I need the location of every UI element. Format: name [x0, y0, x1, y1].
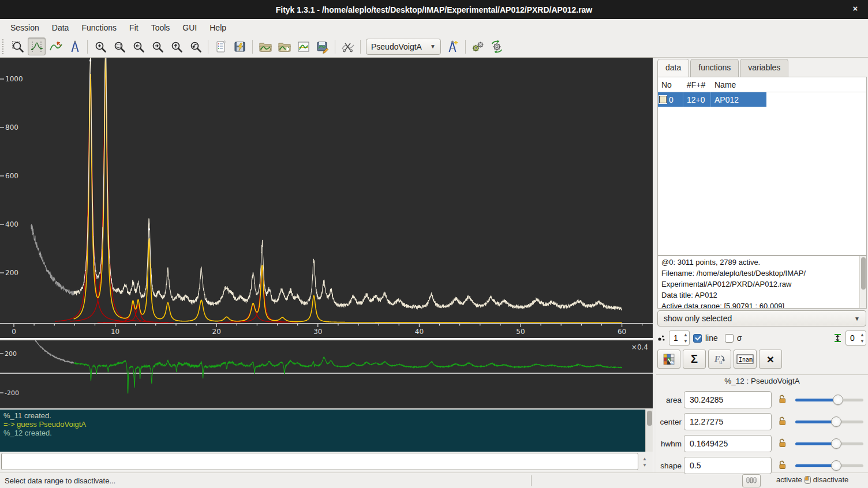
- param-row-hwhm: hwhm 0.1649425: [656, 433, 868, 455]
- tool-append-data[interactable]: [275, 37, 293, 55]
- menu-fit[interactable]: Fit: [124, 21, 144, 35]
- dataset-buttons: Σ F u Inam ×: [657, 350, 782, 369]
- sum-button[interactable]: Σ: [683, 350, 706, 369]
- functions-button[interactable]: F u: [708, 350, 731, 369]
- svg-text:-200: -200: [5, 389, 19, 397]
- console-scrollbar[interactable]: [645, 410, 653, 452]
- command-row: ▲▼: [0, 452, 653, 471]
- hwhm-input[interactable]: 0.1649425: [684, 435, 772, 452]
- menu-data[interactable]: Data: [46, 21, 75, 35]
- center-input[interactable]: 12.27275: [684, 413, 772, 430]
- display-controls: 1 ▲▼ line σ 0 ▲▼: [657, 329, 866, 347]
- dataset-name: AP012: [711, 92, 766, 107]
- chevron-down-icon: ▼: [430, 43, 436, 50]
- main-plot[interactable]: 20040060080010000102030405060: [0, 58, 653, 338]
- menu-functions[interactable]: Functions: [76, 21, 122, 35]
- tool-transform-data[interactable]: [339, 37, 357, 55]
- lock-icon[interactable]: [777, 460, 787, 472]
- tool-fit-settings[interactable]: [488, 37, 506, 55]
- lock-icon[interactable]: [777, 438, 787, 450]
- close-icon[interactable]: ×: [850, 3, 861, 13]
- svg-text:40: 40: [415, 328, 424, 336]
- command-history-spinner[interactable]: ▲▼: [639, 455, 650, 470]
- toolbar-grip[interactable]: [2, 39, 6, 54]
- title-bar[interactable]: Fityk 1.3.1 - /home/aleplo/test/Desktop/…: [0, 0, 868, 19]
- toolbar: PseudoVoigtA ▼: [0, 36, 868, 58]
- tool-data-range-mode[interactable]: [28, 37, 46, 55]
- menu-tools[interactable]: Tools: [145, 21, 176, 35]
- filter-value: show only selected: [664, 314, 732, 323]
- zoom-vertical-icon: [170, 40, 184, 54]
- center-slider[interactable]: [795, 416, 863, 427]
- tool-export-data[interactable]: [313, 37, 331, 55]
- peak-type-select[interactable]: PseudoVoigtA ▼: [366, 39, 441, 55]
- tool-auto-add-peak[interactable]: [444, 37, 462, 55]
- shape-input[interactable]: 0.5: [684, 457, 772, 474]
- table-row[interactable]: 0 12+0 AP012: [658, 92, 766, 107]
- dataset-info[interactable]: @0: 3011 points, 2789 active. Filename: …: [657, 256, 867, 309]
- save-session-icon: [233, 40, 247, 54]
- info-line: @0: 3011 points, 2789 active.: [661, 257, 857, 268]
- hwhm-slider[interactable]: [795, 438, 863, 449]
- append-data-icon: [278, 40, 291, 54]
- tool-load-data[interactable]: [256, 37, 274, 55]
- svg-text:400: 400: [5, 220, 18, 228]
- tab-functions[interactable]: functions: [690, 59, 739, 77]
- tool-zoom-left[interactable]: [129, 37, 147, 55]
- output-console[interactable]: %_11 created. =-> guess PseudoVoigtA %_1…: [0, 410, 653, 452]
- data-color-swatch[interactable]: [659, 96, 667, 103]
- dataset-table: No #F+# Name 0 12+0 AP012: [657, 77, 867, 256]
- console-line: %_11 created.: [3, 411, 649, 420]
- table-header: No #F+# Name: [658, 77, 866, 92]
- delete-icon: ×: [767, 352, 774, 366]
- tool-save-session[interactable]: [231, 37, 249, 55]
- tool-zoom-selection[interactable]: [110, 37, 128, 55]
- auxiliary-plot[interactable]: 200-200×0.4: [0, 340, 653, 408]
- lock-icon[interactable]: [777, 416, 787, 428]
- divider: [656, 374, 868, 375]
- shift-spinner[interactable]: 0 ▲▼: [845, 331, 866, 346]
- menu-bar: Session Data Functions Fit Tools GUI Hel…: [0, 19, 868, 36]
- tool-run-fit[interactable]: [469, 37, 487, 55]
- tool-log[interactable]: [212, 37, 230, 55]
- param-name: area: [656, 396, 684, 404]
- point-size-spinner[interactable]: 1 ▲▼: [669, 331, 690, 346]
- point-size-icon: [657, 334, 665, 342]
- console-line: %_12 created.: [3, 429, 649, 437]
- area-input[interactable]: 30.24285: [684, 391, 772, 408]
- tool-zoom-mode[interactable]: [9, 37, 27, 55]
- fityk-window: Fityk 1.3.1 - /home/aleplo/test/Desktop/…: [0, 0, 868, 488]
- zoom-right-icon: [151, 40, 164, 54]
- menu-gui[interactable]: GUI: [177, 21, 203, 35]
- sigma-label: σ: [737, 333, 742, 343]
- sigma-checkbox[interactable]: [725, 334, 734, 343]
- tab-variables[interactable]: variables: [740, 59, 788, 77]
- svg-text:10: 10: [111, 328, 119, 336]
- menu-session[interactable]: Session: [5, 21, 45, 35]
- command-input[interactable]: [1, 453, 638, 470]
- delete-button[interactable]: ×: [759, 350, 782, 369]
- peak-type-value: PseudoVoigtA: [371, 42, 422, 51]
- shape-slider[interactable]: [795, 460, 863, 471]
- colors-grid-button[interactable]: [657, 350, 680, 369]
- colors-grid-icon: [663, 354, 675, 365]
- tab-data[interactable]: data: [657, 59, 689, 77]
- param-row-center: center 12.27275: [656, 411, 868, 433]
- tool-zoom-vertical[interactable]: [167, 37, 185, 55]
- tool-edit-data[interactable]: [294, 37, 312, 55]
- functions-icon: F u: [713, 353, 727, 366]
- rename-button[interactable]: Inam: [734, 350, 757, 369]
- tool-add-peak-mode[interactable]: [66, 37, 84, 55]
- tool-background-mode[interactable]: [47, 37, 65, 55]
- info-scrollbar[interactable]: [859, 256, 866, 308]
- line-checkbox[interactable]: [693, 334, 702, 343]
- disactivate-label: disactivate: [813, 475, 848, 484]
- show-filter-select[interactable]: show only selected ▼: [657, 310, 866, 326]
- menu-help[interactable]: Help: [204, 21, 232, 35]
- selected-function-label: %_12 : PseudoVoigtA: [656, 377, 868, 385]
- area-slider[interactable]: [795, 395, 863, 405]
- tool-zoom-previous[interactable]: [186, 37, 204, 55]
- lock-icon[interactable]: [777, 394, 787, 406]
- tool-zoom-right[interactable]: [148, 37, 166, 55]
- tool-zoom-all[interactable]: [91, 37, 109, 55]
